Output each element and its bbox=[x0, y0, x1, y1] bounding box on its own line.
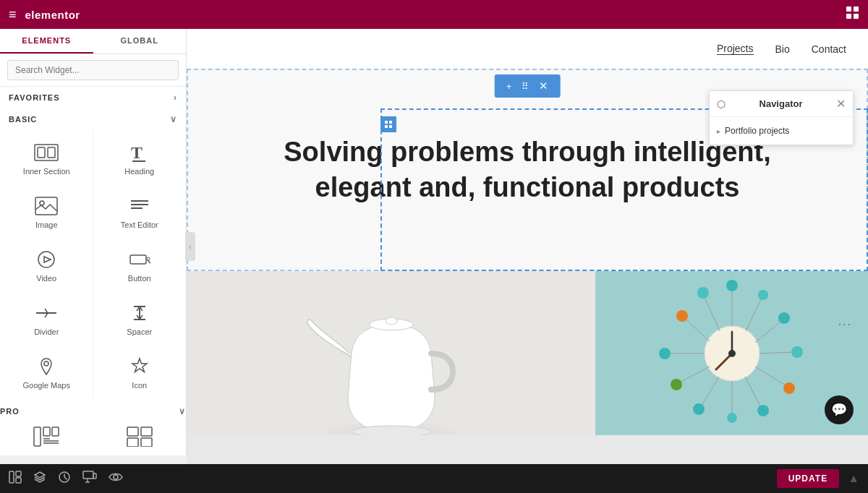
portfolio-icon bbox=[127, 426, 153, 450]
sidebar-content: FAVORITES › BASIC ∨ bbox=[0, 87, 186, 455]
svg-line-55 bbox=[755, 366, 786, 386]
svg-line-63 bbox=[680, 366, 710, 382]
svg-line-67 bbox=[685, 319, 710, 341]
tab-elements[interactable]: ELEMENTS bbox=[0, 29, 93, 53]
widget-label-text-editor: Text Editor bbox=[121, 220, 158, 229]
svg-rect-77 bbox=[93, 473, 96, 479]
tab-global[interactable]: GLOBAL bbox=[93, 29, 187, 53]
svg-point-43 bbox=[352, 426, 431, 436]
svg-line-49 bbox=[746, 299, 761, 331]
canvas-toolbar: + ⠿ ✕ bbox=[495, 74, 561, 98]
svg-rect-39 bbox=[389, 125, 392, 128]
widget-label-image: Image bbox=[35, 220, 58, 229]
grid-icon[interactable] bbox=[846, 7, 859, 23]
widget-label-icon: Icon bbox=[132, 381, 147, 390]
navigator-item-portfolio[interactable]: ▸ Portfolio projects bbox=[717, 123, 846, 139]
navigator-expand-icon[interactable]: ⬡ bbox=[717, 98, 726, 110]
svg-point-18 bbox=[147, 257, 150, 260]
nav-link-projects[interactable]: Projects bbox=[717, 43, 754, 55]
widget-video[interactable]: Video bbox=[0, 237, 93, 291]
widget-posts[interactable] bbox=[0, 416, 93, 455]
navigator-title: Navigator bbox=[760, 98, 803, 109]
navigator-close-icon[interactable]: ✕ bbox=[836, 97, 846, 111]
widget-google-maps[interactable]: Google Maps bbox=[0, 344, 93, 398]
section-pro[interactable]: PRO ∨ bbox=[0, 403, 186, 416]
responsive-icon[interactable] bbox=[82, 471, 97, 486]
sidebar: ELEMENTS GLOBAL FAVORITES › BASIC ∨ bbox=[0, 29, 187, 464]
chat-bubble-button[interactable]: 💬 bbox=[825, 395, 854, 424]
navigator-content: ▸ Portfolio projects bbox=[710, 117, 853, 145]
section-handle[interactable] bbox=[380, 116, 396, 132]
hamburger-icon[interactable]: ≡ bbox=[9, 7, 17, 22]
navigator-header: ⬡ Navigator ✕ bbox=[710, 91, 853, 117]
widget-image[interactable]: Image bbox=[0, 184, 93, 237]
widget-label-heading: Heading bbox=[124, 167, 154, 176]
bottom-bar: UPDATE ▲ bbox=[0, 464, 868, 493]
search-input[interactable] bbox=[7, 60, 179, 80]
navigator-panel: ⬡ Navigator ✕ ▸ Portfolio projects bbox=[709, 90, 854, 145]
pro-label: PRO bbox=[0, 407, 20, 416]
elementor-logo: elementor bbox=[25, 9, 80, 21]
svg-point-70 bbox=[697, 287, 709, 299]
svg-rect-37 bbox=[389, 121, 392, 124]
section-favorites[interactable]: FAVORITES › bbox=[0, 87, 186, 108]
button-icon bbox=[127, 249, 153, 270]
update-button[interactable]: UPDATE bbox=[777, 469, 839, 488]
svg-rect-33 bbox=[141, 438, 152, 447]
spacer-icon bbox=[127, 303, 153, 323]
svg-point-58 bbox=[757, 405, 769, 416]
svg-rect-74 bbox=[16, 478, 21, 483]
svg-point-71 bbox=[728, 350, 736, 357]
eye-icon[interactable] bbox=[109, 472, 123, 485]
svg-rect-16 bbox=[130, 255, 146, 264]
widget-spacer[interactable]: Spacer bbox=[93, 291, 187, 344]
layers-icon[interactable] bbox=[33, 471, 46, 486]
svg-rect-32 bbox=[127, 438, 138, 447]
video-icon bbox=[33, 249, 59, 270]
structure-icon[interactable] bbox=[9, 471, 22, 486]
widget-label-video: Video bbox=[36, 274, 56, 283]
kettle-image bbox=[290, 271, 493, 435]
widget-heading[interactable]: T Heading bbox=[93, 130, 187, 184]
svg-rect-36 bbox=[385, 121, 388, 124]
widget-icon[interactable]: Icon bbox=[93, 344, 187, 398]
svg-rect-72 bbox=[9, 471, 14, 483]
svg-line-51 bbox=[755, 321, 781, 343]
section-basic[interactable]: BASIC ∨ bbox=[0, 108, 186, 130]
inner-section-icon bbox=[33, 142, 59, 163]
favorites-label: FAVORITES bbox=[9, 93, 60, 102]
svg-rect-24 bbox=[34, 427, 41, 446]
bottom-bar-right: UPDATE ▲ bbox=[777, 469, 859, 488]
svg-point-52 bbox=[778, 312, 790, 324]
widget-inner-section[interactable]: Inner Section bbox=[0, 130, 93, 184]
google-maps-icon bbox=[33, 356, 59, 377]
nav-link-contact[interactable]: Contact bbox=[812, 43, 846, 55]
widget-divider[interactable]: Divider bbox=[0, 291, 93, 344]
svg-rect-5 bbox=[38, 147, 45, 158]
add-section-button[interactable]: + bbox=[503, 80, 515, 93]
svg-rect-6 bbox=[48, 147, 55, 158]
close-section-button[interactable]: ✕ bbox=[536, 78, 551, 94]
svg-point-56 bbox=[783, 382, 795, 394]
navigator-left-icons: ⬡ bbox=[717, 98, 726, 110]
widget-grid-basic: Inner Section T Heading bbox=[0, 130, 186, 403]
widget-button[interactable]: Button bbox=[93, 237, 187, 291]
sidebar-collapse-handle[interactable]: ‹ bbox=[185, 232, 195, 261]
move-section-button[interactable]: ⠿ bbox=[519, 80, 532, 93]
svg-rect-30 bbox=[127, 427, 138, 436]
svg-point-60 bbox=[727, 413, 737, 423]
nav-link-bio[interactable]: Bio bbox=[775, 43, 790, 55]
widget-portfolio[interactable] bbox=[93, 416, 187, 455]
svg-marker-15 bbox=[44, 257, 51, 262]
site-nav: Projects Bio Contact bbox=[187, 29, 868, 69]
more-options-icon[interactable]: ▲ bbox=[848, 472, 859, 485]
history-icon[interactable] bbox=[58, 471, 71, 486]
svg-rect-73 bbox=[16, 471, 21, 476]
widget-text-editor[interactable]: Text Editor bbox=[93, 184, 187, 237]
svg-rect-9 bbox=[35, 197, 57, 215]
svg-point-54 bbox=[791, 346, 803, 358]
svg-point-66 bbox=[659, 348, 671, 359]
svg-line-57 bbox=[745, 377, 761, 408]
svg-line-69 bbox=[705, 297, 720, 331]
svg-rect-2 bbox=[846, 14, 851, 19]
